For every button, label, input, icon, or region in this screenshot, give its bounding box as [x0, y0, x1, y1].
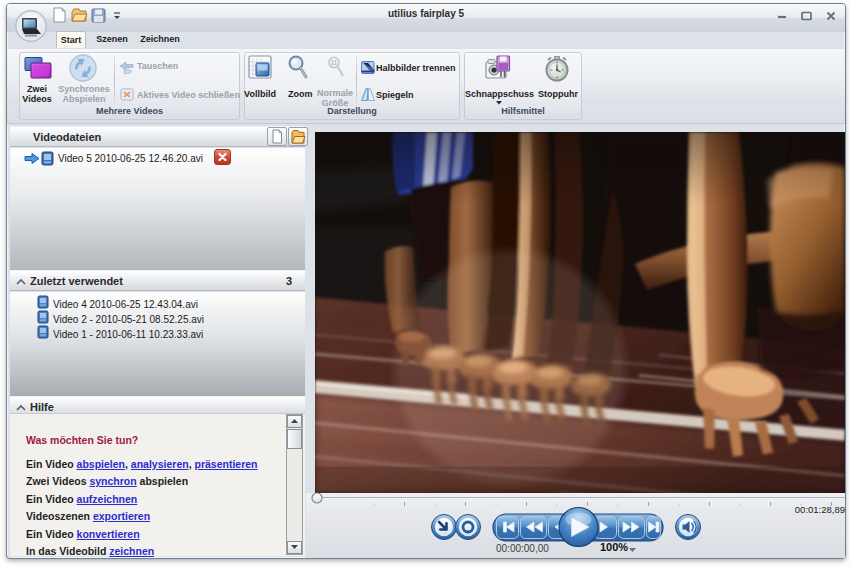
svg-text:00:01:28,89: 00:01:28,89	[795, 504, 845, 515]
